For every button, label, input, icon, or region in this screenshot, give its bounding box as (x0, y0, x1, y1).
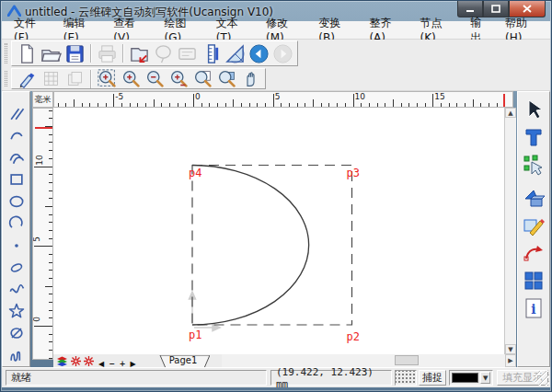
balloon-button[interactable] (151, 42, 175, 64)
snap-button[interactable]: 捕捉 (419, 370, 446, 386)
pages-button[interactable] (63, 68, 86, 90)
undo-button[interactable] (247, 42, 270, 64)
plate-button[interactable] (175, 42, 199, 64)
select-arrow-icon (523, 98, 545, 121)
arc-curve[interactable] (192, 166, 309, 326)
scroll-up-button[interactable]: ▲ (505, 108, 516, 118)
dashed-rectangle[interactable] (192, 166, 352, 326)
ruler-tick (249, 103, 250, 107)
forward-arrow-icon (272, 43, 293, 64)
blocks-tool[interactable] (521, 268, 546, 294)
ruler-tick (74, 99, 75, 107)
freehand-tool[interactable] (6, 344, 28, 366)
ruler-tick (49, 334, 52, 335)
status-bar: 就绪 (19.422, 12.423) mm 捕捉 ▼ 填充显示 (2, 367, 550, 387)
shapes-3d-tool[interactable] (521, 185, 546, 211)
point-label-p3: p3 (347, 167, 360, 179)
ruler-tick (257, 103, 258, 107)
ruler-tick (465, 103, 466, 107)
spline-tool[interactable] (6, 279, 28, 301)
ruler-tick (241, 103, 242, 107)
page-tab-label: Page1 (169, 355, 198, 365)
status-ready: 就绪 (6, 370, 267, 386)
import-folder-icon (129, 43, 150, 64)
material-button[interactable] (15, 68, 39, 90)
ruler-tick (89, 103, 90, 107)
toolbar-grip[interactable] (5, 71, 7, 86)
zoom-in-icon (121, 69, 141, 88)
zoom-extents-button[interactable] (214, 68, 238, 90)
zoom-page-button[interactable] (190, 68, 214, 90)
save-floppy-icon (64, 43, 86, 64)
pan-button[interactable] (238, 68, 262, 90)
grid-toggle-icon[interactable] (395, 370, 417, 386)
scroll-down-button[interactable]: ▼ (505, 344, 516, 354)
vertical-scrollbar[interactable]: ▲ ▼ (505, 108, 516, 354)
zoom-dynamic-icon (169, 69, 189, 88)
text-tool[interactable] (521, 124, 546, 150)
node-edit-tool[interactable] (521, 152, 546, 178)
chevron-down-icon[interactable]: ▼ (480, 372, 490, 384)
resize-grip[interactable] (535, 371, 549, 386)
drawing-canvas[interactable]: p1p2p3p4 (53, 108, 505, 354)
new-button[interactable] (15, 42, 39, 64)
ruler-tick (49, 158, 52, 159)
h-ruler-label: 15 (434, 92, 444, 101)
sun-icon[interactable] (71, 356, 81, 366)
hscroll-thumb[interactable] (395, 355, 419, 365)
arc-tool[interactable] (6, 213, 28, 235)
import-button[interactable] (127, 42, 151, 64)
oval-tool[interactable] (6, 257, 28, 279)
transform-tool[interactable] (521, 240, 546, 266)
print-button[interactable] (95, 42, 119, 64)
page-bar: ◀−+▶ Page1 (53, 354, 222, 367)
info-tool[interactable]: i (521, 295, 546, 321)
point-label-p1: p1 (189, 329, 201, 341)
ellipse-tool[interactable] (6, 190, 28, 213)
save-button[interactable] (63, 42, 86, 64)
star-tool[interactable] (6, 300, 28, 322)
ruler-tick (305, 103, 305, 107)
tab-page1[interactable]: Page1 (156, 354, 210, 367)
rectangle-icon (7, 170, 26, 189)
star-icon (7, 302, 26, 320)
protractor-button[interactable] (223, 42, 247, 64)
select-tool[interactable] (521, 97, 546, 122)
redo-button[interactable] (270, 42, 294, 64)
ruler-tick (193, 94, 194, 107)
ruler-tick (49, 198, 52, 199)
line-tool[interactable] (6, 103, 28, 125)
circle-slash-tool[interactable] (6, 322, 28, 344)
zoom-window-button[interactable] (95, 68, 119, 90)
ruler-tick (137, 103, 138, 107)
pan-hand-icon (241, 69, 260, 88)
plate-icon (177, 43, 198, 64)
sun-icon[interactable] (84, 356, 94, 366)
grid-icon (41, 69, 61, 88)
ruler-tick (130, 103, 131, 107)
layers-icon[interactable] (56, 356, 68, 366)
ruler-tool-button[interactable] (199, 42, 223, 64)
circle-slash-icon (7, 324, 26, 342)
ruler-tick (34, 326, 52, 327)
zoom-in-button[interactable] (119, 68, 143, 90)
wave-icon (7, 281, 26, 299)
scroll-right-button[interactable]: ▶ (505, 354, 516, 367)
point-tool[interactable] (6, 235, 28, 257)
grid-button[interactable] (39, 68, 63, 90)
rectangle-tool[interactable] (6, 168, 28, 190)
ruler-tick (34, 246, 52, 247)
polyline-tool[interactable] (6, 125, 28, 147)
zoom-out-button[interactable] (143, 68, 167, 90)
ruler-tick (49, 278, 52, 279)
zoom-dynamic-button[interactable] (167, 68, 190, 90)
ruler-tick (98, 103, 98, 107)
multiline-tool[interactable] (6, 147, 28, 169)
ruler-tick (49, 174, 52, 175)
blocks-icon (523, 270, 545, 292)
draw-edit-tool[interactable] (521, 213, 546, 238)
open-button[interactable] (39, 42, 63, 64)
toolbar-grip[interactable] (5, 43, 7, 63)
ruler-tick (313, 99, 314, 107)
color-dropdown[interactable]: ▼ (449, 370, 493, 386)
